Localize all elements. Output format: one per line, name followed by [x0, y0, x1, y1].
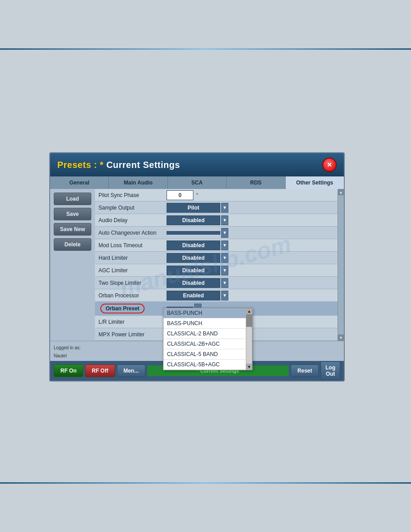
label-audio-delay: Audio Delay — [95, 215, 167, 225]
bottom-decorative-bar — [0, 482, 411, 484]
audio-delay-value: Disabled — [167, 215, 220, 225]
label-orban-processor: Orban Processor — [95, 291, 167, 300]
rf-off-button[interactable]: RF Off — [85, 365, 115, 377]
dropdown-scrollbar: ▲ ▼ — [246, 308, 252, 370]
settings-scrollbar: ▲ ▼ — [338, 189, 344, 341]
orban-processor-dropdown[interactable]: ▼ — [221, 291, 228, 300]
main-window: Presets : * Current Settings General Mai… — [49, 152, 345, 382]
sidebar: Load Save Save New Delete — [50, 189, 95, 341]
delete-button[interactable]: Delete — [54, 238, 91, 251]
hard-limiter-value: Disabled — [167, 253, 220, 263]
dropdown-scroll-down[interactable]: ▼ — [246, 364, 253, 370]
reset-button[interactable]: Reset — [291, 365, 319, 377]
label-sample-output: Sample Output — [95, 203, 167, 213]
tab-other-settings[interactable]: Other Settings — [286, 176, 344, 189]
hard-limiter-dropdown[interactable]: ▼ — [221, 253, 228, 263]
setting-row-orban-processor: Orban Processor Enabled ▼ — [95, 289, 344, 302]
dropdown-scroll-up[interactable]: ▲ — [246, 308, 253, 314]
logged-in-text: Logged in as: Nautel — [54, 345, 81, 358]
save-button[interactable]: Save — [54, 208, 91, 220]
close-button[interactable] — [322, 158, 337, 172]
dropdown-item-classical-2b-agc[interactable]: CLASSICAL-2B+AGC — [163, 339, 246, 349]
sample-output-dropdown[interactable]: ▼ — [221, 203, 228, 213]
label-pilot-sync-phase: Pilot Sync Phase — [95, 190, 167, 200]
setting-row-pilot-sync-phase: Pilot Sync Phase 0 ° — [95, 189, 344, 202]
mod-loss-timeout-dropdown[interactable]: ▼ — [221, 240, 228, 250]
content-area: Load Save Save New Delete Pilot Sync Pha… — [50, 189, 344, 341]
value-sample-output: Pilot ▼ — [167, 203, 344, 213]
label-hard-limiter: Hard Limiter — [95, 253, 167, 263]
agc-limiter-dropdown[interactable]: ▼ — [221, 266, 228, 275]
value-hard-limiter: Disabled ▼ — [167, 253, 344, 263]
degree-symbol: ° — [196, 192, 198, 198]
top-decorative-bar — [0, 48, 411, 50]
setting-row-hard-limiter: Hard Limiter Disabled ▼ — [95, 252, 344, 264]
value-orban-processor: Enabled ▼ — [167, 291, 344, 300]
dropdown-item-classical-5-band[interactable]: CLASSICAL-5 BAND — [163, 349, 246, 360]
tab-sca[interactable]: SCA — [168, 176, 227, 189]
tab-rds[interactable]: RDS — [227, 176, 285, 189]
dropdown-item-bass-punch-2[interactable]: BASS-PUNCH — [163, 318, 246, 329]
logout-line1: Log — [325, 365, 335, 371]
sample-output-value: Pilot — [167, 203, 220, 213]
dropdown-scroll-thumb — [246, 314, 253, 327]
orban-preset-label-circled: Orban Preset — [100, 304, 145, 313]
label-mod-loss-timeout: Mod Loss Timeout — [95, 240, 167, 250]
setting-row-agc-limiter: AGC Limiter Disabled ▼ — [95, 264, 344, 277]
orban-processor-value: Enabled — [167, 291, 220, 300]
setting-row-sample-output: Sample Output Pilot ▼ — [95, 202, 344, 214]
logout-button[interactable]: Log Out — [321, 361, 340, 381]
settings-scroll-down[interactable]: ▼ — [338, 335, 344, 341]
title-bar: Presets : * Current Settings — [50, 153, 344, 176]
label-agc-limiter: AGC Limiter — [95, 266, 167, 275]
value-pilot-sync-phase: 0 ° — [167, 190, 344, 200]
agc-limiter-value: Disabled — [167, 266, 220, 275]
value-audio-delay: Disabled ▼ — [167, 215, 344, 225]
label-lr-limiter: L/R Limiter — [95, 317, 167, 327]
tab-main-audio[interactable]: Main Audio — [109, 176, 167, 189]
load-button[interactable]: Load — [54, 193, 91, 205]
settings-panel: Pilot Sync Phase 0 ° Sample Output Pilot… — [95, 189, 344, 341]
value-two-slope-limiter: Disabled ▼ — [167, 278, 344, 288]
pilot-sync-phase-value: 0 — [167, 190, 193, 200]
logged-in-label: Logged in as: Nautel — [50, 341, 95, 361]
two-slope-limiter-value: Disabled — [167, 278, 220, 288]
auto-changeover-dropdown[interactable]: ▼ — [221, 228, 228, 238]
dropdown-item-classical-2-band[interactable]: CLASSICAL-2 BAND — [163, 329, 246, 339]
label-two-slope-limiter: Two Slope Limiter — [95, 278, 167, 288]
value-agc-limiter: Disabled ▼ — [167, 266, 344, 275]
two-slope-limiter-dropdown[interactable]: ▼ — [221, 278, 228, 288]
tab-general[interactable]: General — [50, 176, 109, 189]
value-mod-loss-timeout: Disabled ▼ — [167, 240, 344, 250]
setting-row-audio-delay: Audio Delay Disabled ▼ — [95, 214, 344, 227]
logout-line2: Out — [326, 371, 335, 377]
audio-delay-dropdown[interactable]: ▼ — [221, 215, 228, 225]
setting-row-mod-loss-timeout: Mod Loss Timeout Disabled ▼ — [95, 239, 344, 252]
dropdown-item-classical-5b-agc[interactable]: CLASSICAL-5B+AGC — [163, 360, 246, 370]
orban-preset-dropdown-list[interactable]: BASS-PUNCH BASS-PUNCH CLASSICAL-2 BAND C… — [163, 308, 253, 370]
window-title: Presets : * Current Settings — [57, 160, 180, 170]
value-auto-changeover: ▼ — [167, 228, 344, 238]
save-new-button[interactable]: Save New — [54, 223, 91, 236]
mod-loss-timeout-value: Disabled — [167, 240, 220, 250]
title-prefix: Presets : * — [57, 160, 106, 170]
title-main: Current Settings — [106, 160, 180, 170]
menu-button[interactable]: Men... — [117, 365, 146, 377]
label-mpx-power-limiter: MPX Power Limiter — [95, 330, 167, 339]
rf-on-button[interactable]: RF On — [54, 365, 83, 377]
label-auto-changeover: Auto Changeover Action — [95, 228, 167, 238]
settings-scroll-up[interactable]: ▲ — [338, 189, 344, 195]
setting-row-auto-changeover: Auto Changeover Action ▼ — [95, 227, 344, 239]
auto-changeover-value — [167, 231, 220, 235]
setting-row-two-slope-limiter: Two Slope Limiter Disabled ▼ — [95, 277, 344, 289]
tab-bar: General Main Audio SCA RDS Other Setting… — [50, 176, 344, 189]
dropdown-item-bass-punch-1[interactable]: BASS-PUNCH — [163, 308, 246, 318]
label-orban-preset: Orban Preset — [95, 302, 167, 315]
